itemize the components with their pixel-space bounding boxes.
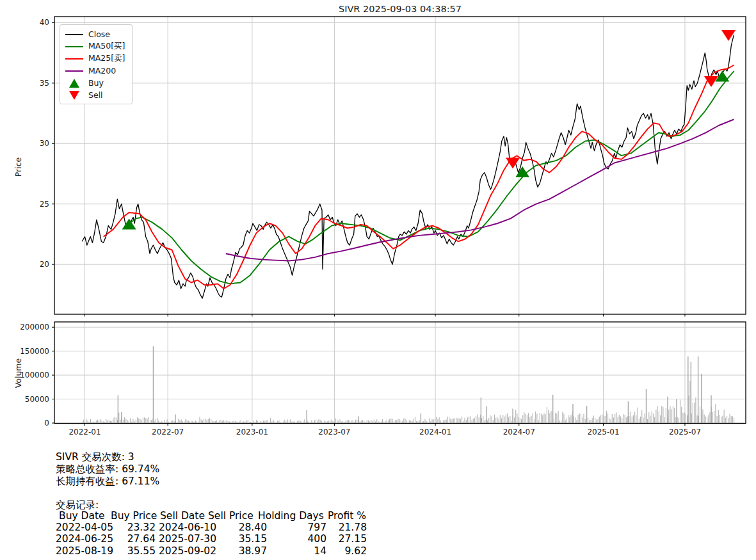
- trade-sell-price: 28.40: [226, 522, 267, 533]
- x-tick-label: 2025-07: [669, 428, 701, 436]
- trade-buy-price: 23.32: [120, 522, 156, 533]
- legend-label: MA25[卖]: [88, 53, 125, 64]
- legend-item-sell: Sell: [60, 89, 132, 101]
- legend-label: Close: [88, 29, 110, 39]
- swatch-shape: [65, 46, 83, 47]
- volume-tick-label: 50000: [25, 395, 49, 404]
- trades-header-sell-date: Sell Date: [160, 510, 205, 522]
- price-tick-label: 40: [40, 18, 49, 27]
- legend-label: MA200: [88, 66, 116, 76]
- trade-holding-days: 797: [275, 522, 326, 533]
- trade-buy-date: 2022-04-05: [56, 522, 126, 533]
- volume-tick-label: 100000: [20, 371, 49, 380]
- legend-item-ma50: MA50[买]: [60, 40, 132, 52]
- buy-triangle-icon: [65, 79, 83, 88]
- trade-sell-date: 2025-09-02: [159, 545, 229, 557]
- legend-line-swatch: [65, 46, 83, 47]
- trade-profit-pct: 9.62: [326, 545, 367, 557]
- swatch-shape: [69, 79, 79, 88]
- swatch-shape: [65, 58, 83, 60]
- legend-item-close: Close: [60, 28, 132, 40]
- x-tick-label: 2023-07: [318, 428, 350, 436]
- legend-line-swatch: [65, 34, 83, 35]
- x-tick-label: 2025-01: [587, 428, 619, 436]
- trades-header-profit-: Profit %: [328, 510, 366, 522]
- trades-header-holding-days: Holding Days: [258, 510, 324, 522]
- trade-buy-price: 35.55: [120, 545, 156, 557]
- figure: SIVR 2025-09-03 04:38:57 2022-012022-072…: [0, 0, 756, 560]
- trade-sell-date: 2024-06-10: [159, 522, 229, 533]
- volume-plot-border: [54, 322, 746, 424]
- price-tick-label: 35: [40, 79, 49, 88]
- price-tick-label: 20: [40, 260, 49, 269]
- swatch-shape: [65, 34, 83, 35]
- trade-holding-days: 14: [275, 545, 326, 557]
- price-plot-border: [54, 17, 746, 314]
- swatch-shape: [65, 70, 83, 72]
- trade-count-line: SIVR 交易次数: 3: [56, 451, 134, 464]
- trade-sell-date: 2025-07-30: [159, 533, 229, 545]
- trade-buy-date: 2024-06-25: [56, 533, 126, 545]
- volume-axis-label: Volume: [13, 358, 23, 388]
- trade-holding-days: 400: [275, 533, 326, 545]
- ma50-line: [126, 71, 734, 284]
- trade-sell-price: 35.15: [226, 533, 267, 545]
- sell-triangle-icon: [65, 91, 83, 100]
- close-line: [82, 35, 734, 298]
- swatch-shape: [69, 91, 79, 100]
- legend-item-buy: Buy: [60, 77, 132, 89]
- price-tick-label: 25: [40, 200, 49, 209]
- x-tick-label: 2024-07: [503, 428, 535, 436]
- trade-profit-pct: 21.78: [326, 522, 367, 533]
- x-tick-label: 2023-01: [236, 428, 268, 436]
- ma25-line: [104, 65, 734, 289]
- volume-tick-label: 0: [44, 419, 49, 428]
- legend: CloseMA50[买]MA25[卖]MA200BuySell: [60, 24, 133, 104]
- volume-tick-label: 150000: [20, 347, 49, 356]
- trades-header-buy-price: Buy Price: [111, 510, 157, 522]
- trades-header-sell-price: Sell Price: [208, 510, 253, 522]
- legend-label: Buy: [88, 78, 104, 88]
- trade-buy-date: 2025-08-19: [56, 545, 126, 557]
- legend-item-ma25: MA25[卖]: [60, 52, 132, 65]
- x-tick-label: 2024-01: [419, 428, 451, 436]
- legend-line-swatch: [65, 70, 83, 72]
- trade-buy-price: 27.64: [120, 533, 156, 545]
- legend-label: MA50[买]: [88, 41, 125, 52]
- trade-profit-pct: 27.15: [326, 533, 367, 545]
- legend-item-ma200: MA200: [60, 65, 132, 77]
- hold-return-line: 长期持有收益: 67.11%: [56, 475, 159, 488]
- legend-label: Sell: [88, 90, 103, 100]
- trades-header-buy-date: Buy Date: [59, 510, 105, 522]
- x-tick-label: 2022-07: [152, 428, 184, 436]
- x-tick-label: 2022-01: [68, 428, 101, 436]
- volume-tick-label: 200000: [20, 323, 49, 332]
- strategy-return-line: 策略总收益率: 69.74%: [56, 463, 159, 476]
- ma200-line: [226, 120, 734, 261]
- price-tick-label: 30: [40, 139, 49, 148]
- trade-sell-price: 38.97: [226, 545, 267, 557]
- price-axis-label: Price: [13, 157, 23, 177]
- chart-title: SIVR 2025-09-03 04:38:57: [54, 4, 746, 14]
- legend-line-swatch: [65, 58, 83, 60]
